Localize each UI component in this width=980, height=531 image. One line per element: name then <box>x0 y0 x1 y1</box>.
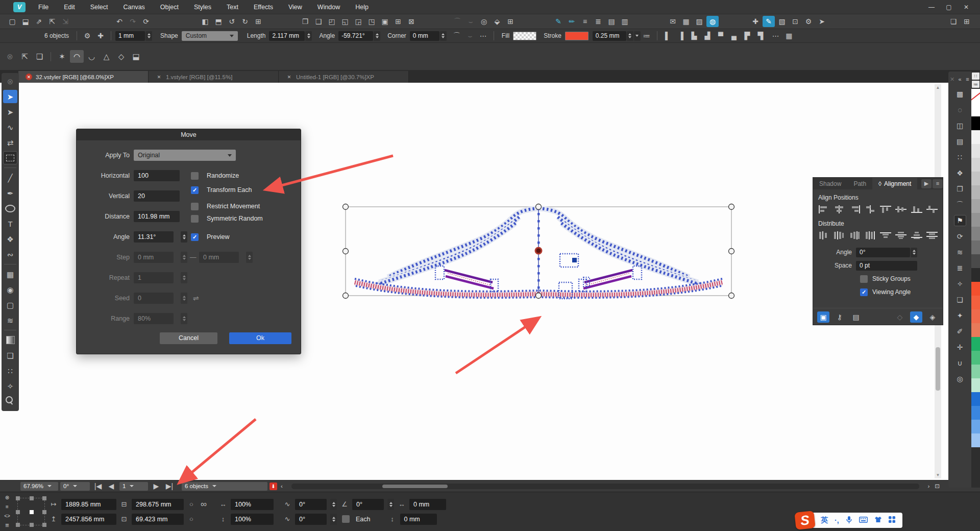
scale-y-field[interactable]: 100% <box>231 514 274 525</box>
width-field[interactable]: 298.675 mm <box>132 499 184 510</box>
close-tab-icon[interactable]: ✕ <box>286 74 292 80</box>
swatch-1faf66[interactable] <box>971 337 980 351</box>
add-shape-icon[interactable]: ✚ <box>749 16 762 27</box>
chamfer-corner-icon[interactable]: ⌣ <box>464 30 476 41</box>
space-field[interactable]: 0 pt <box>856 261 917 271</box>
arc-guide-icon[interactable]: ⌒ <box>451 16 463 27</box>
pattern-tool-icon[interactable]: ◉ <box>3 283 17 296</box>
menu-text[interactable]: Text <box>219 0 246 14</box>
compose-note-icon[interactable]: ✎ <box>552 16 565 27</box>
panel-rows-icon[interactable]: ≡ <box>3 503 11 510</box>
shape-lasso-icon[interactable]: ◇ <box>114 50 128 63</box>
angle-stepper[interactable] <box>374 31 380 41</box>
move-angle-field[interactable]: 11.31° <box>134 231 174 243</box>
transform-each-checkbox[interactable] <box>191 186 199 194</box>
align-middle-v-icon[interactable]: ▄ <box>728 30 740 41</box>
distribute-top-icon[interactable] <box>879 230 892 240</box>
undo-icon[interactable]: ↶ <box>113 16 126 27</box>
menu-file[interactable]: File <box>31 0 56 14</box>
align-node-v-icon[interactable]: ▜ <box>754 30 767 41</box>
eyedropper-tool-icon[interactable]: ✧ <box>3 379 17 393</box>
column-view-icon[interactable]: ▤ <box>605 16 618 27</box>
swatch-949494[interactable] <box>971 213 980 227</box>
swatch-f2f2f2[interactable] <box>971 130 980 144</box>
frame-view-icon[interactable]: ⊡ <box>789 16 801 27</box>
node-editor-icon[interactable]: ✎ <box>763 16 775 27</box>
distance-field[interactable]: 101.98 mm <box>134 211 180 222</box>
duplicate-object-icon[interactable]: ⊞ <box>392 16 404 27</box>
ime-punctuation-toggle[interactable]: ·, <box>835 516 839 524</box>
seed-stepper[interactable] <box>181 293 187 304</box>
distribute-left-icon[interactable] <box>817 230 830 240</box>
list-view-icon[interactable]: ≡ <box>579 16 591 27</box>
marquee-zoom-icon[interactable]: ▧ <box>776 16 788 27</box>
range-stepper[interactable] <box>181 313 187 324</box>
paste-inside-icon[interactable]: ◳ <box>365 16 378 27</box>
data-table-icon[interactable]: ⊞ <box>961 16 973 27</box>
swatch-b5b5b5[interactable] <box>971 185 980 199</box>
randomize-checkbox[interactable] <box>191 172 199 180</box>
detach-view-icon[interactable]: ❏ <box>947 16 960 27</box>
nudge-stepper[interactable] <box>145 31 152 41</box>
microphone-icon[interactable] <box>846 516 852 525</box>
ime-language-mode[interactable]: 英 <box>821 516 828 525</box>
menu-view[interactable]: View <box>281 0 310 14</box>
each-checkbox[interactable] <box>342 515 350 523</box>
offset-y-field[interactable]: 0 mm <box>400 514 437 525</box>
step-min-stepper[interactable] <box>181 252 187 263</box>
text-tool-icon[interactable]: T <box>3 217 17 230</box>
fit-frame-icon[interactable]: ⊡ <box>933 482 941 490</box>
last-page-icon[interactable]: ▶| <box>163 480 176 492</box>
repeat-action-icon[interactable]: ⟳ <box>140 16 152 27</box>
align-left-icon[interactable]: ▌ <box>662 30 674 41</box>
align-left-edges-icon[interactable] <box>817 204 830 214</box>
row-view-icon[interactable]: ▥ <box>619 16 631 27</box>
stroke-swatch[interactable] <box>565 32 589 40</box>
message-icon[interactable]: ✉ <box>667 16 679 27</box>
document-tab-2[interactable]: ✕ 1.vstyler [RGB] [@11.5%] <box>149 71 279 83</box>
corner-stepper[interactable] <box>440 31 447 41</box>
paste-in-place-icon[interactable]: ◲ <box>352 16 364 27</box>
shape-library-icon[interactable]: ❖ <box>954 167 966 179</box>
nudge-move-icon[interactable]: ✚ <box>94 30 107 41</box>
lasso-select-icon[interactable]: ◠ <box>70 50 84 63</box>
layer-stack-icon[interactable]: ❐ <box>954 183 966 195</box>
vertical-field[interactable]: 20 <box>134 190 180 202</box>
compose-page-icon[interactable]: ✏ <box>566 16 578 27</box>
close-tab-icon[interactable]: ✕ <box>26 74 32 80</box>
node-tool-icon[interactable]: ∿ <box>3 120 17 134</box>
distribute-h-center-icon[interactable] <box>832 230 846 240</box>
panel-grid-icon[interactable]: ▦ <box>783 30 795 41</box>
cancel-button[interactable]: Cancel <box>160 332 217 344</box>
asset-grid-icon[interactable]: ⊞ <box>504 16 517 27</box>
flip-vertical-icon[interactable]: ⬒ <box>212 16 225 27</box>
swatch-1f6fd4[interactable] <box>971 392 980 406</box>
preferences-gear-icon[interactable]: ⚙ <box>802 16 815 27</box>
keyboard-icon[interactable] <box>859 517 868 524</box>
menu-object[interactable]: Object <box>153 0 186 14</box>
panel-angle-field[interactable]: 0° <box>856 248 910 257</box>
swatch-grid-view-icon[interactable]: ∷ <box>972 73 979 80</box>
length-stepper[interactable] <box>305 31 312 41</box>
symmetric-random-checkbox[interactable] <box>191 215 199 223</box>
menu-effects[interactable]: Effects <box>246 0 281 14</box>
swatch-6aa6ea[interactable] <box>971 420 980 433</box>
distribute-objects-icon[interactable]: ≋ <box>954 247 966 258</box>
position-y-field[interactable]: 2457.856 mm <box>61 514 116 525</box>
transform-again-icon[interactable]: ⊞ <box>252 16 264 27</box>
menu-select[interactable]: Select <box>83 0 116 14</box>
copy-style-icon[interactable]: ❐ <box>299 16 311 27</box>
linked-layers-icon[interactable]: ❏ <box>954 294 966 305</box>
maximize-icon[interactable]: ▢ <box>942 4 955 11</box>
close-toolbar-icon[interactable]: ⊗ <box>3 50 17 63</box>
shape-builder-tool-icon[interactable]: ❖ <box>3 232 17 246</box>
align-right-icon[interactable]: ▙ <box>688 30 700 41</box>
new-document-icon[interactable]: ▢ <box>6 16 18 27</box>
horizontal-field[interactable]: 100 <box>134 170 180 181</box>
viewing-angle-checkbox[interactable] <box>860 288 868 296</box>
rotate-left-icon[interactable]: ↺ <box>226 16 238 27</box>
distribute-bottom-icon[interactable] <box>910 230 923 240</box>
align-bottom-icon[interactable]: ▛ <box>741 30 753 41</box>
document-tab-1[interactable]: ✕ 32.vstyler [RGB] [@68.0%]XP <box>18 71 149 83</box>
close-panel-icon[interactable]: ✕ <box>949 74 956 85</box>
